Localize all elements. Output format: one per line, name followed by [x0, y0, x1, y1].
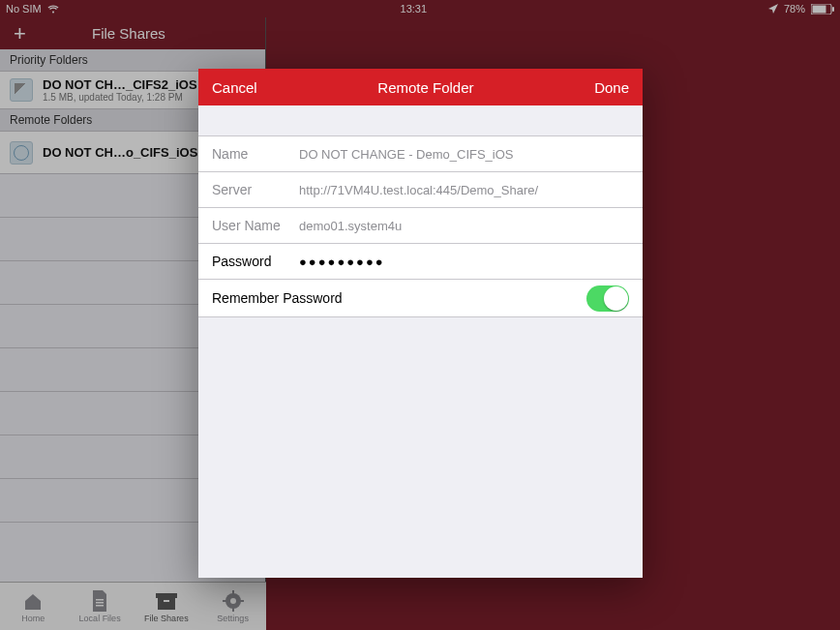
field-name: Name DO NOT CHANGE - Demo_CIFS_iOS: [198, 135, 643, 171]
password-input[interactable]: ●●●●●●●●●: [299, 255, 629, 269]
field-label: Server: [212, 182, 291, 197]
field-value: DO NOT CHANGE - Demo_CIFS_iOS: [299, 147, 629, 162]
field-label: Password: [212, 254, 291, 269]
modal-header: Cancel Remote Folder Done: [198, 69, 643, 105]
cancel-button[interactable]: Cancel: [212, 79, 257, 96]
field-value: http://71VM4U.test.local:445/Demo_Share/: [299, 183, 629, 197]
remember-password-toggle[interactable]: [586, 285, 629, 312]
done-button[interactable]: Done: [594, 79, 629, 96]
remote-folder-modal: Cancel Remote Folder Done Name DO NOT CH…: [198, 69, 643, 578]
field-label: Name: [212, 146, 291, 162]
field-label: Remember Password: [212, 290, 579, 306]
field-label: User Name: [212, 218, 291, 233]
field-username: User Name demo01.system4u: [198, 207, 643, 243]
modal-title: Remote Folder: [377, 79, 473, 96]
field-remember-password: Remember Password: [198, 279, 643, 317]
field-server: Server http://71VM4U.test.local:445/Demo…: [198, 171, 643, 207]
field-value: demo01.system4u: [299, 219, 629, 233]
field-password[interactable]: Password ●●●●●●●●●: [198, 243, 643, 279]
